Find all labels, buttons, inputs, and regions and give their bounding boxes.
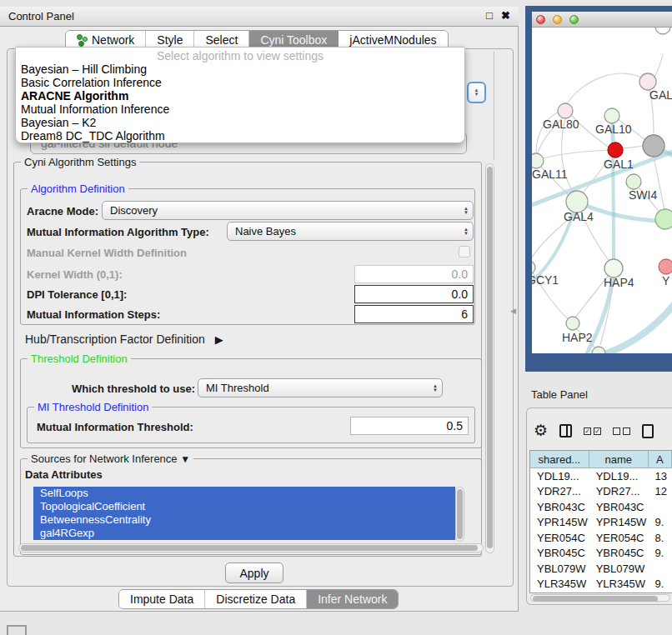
network-node-gal[interactable] xyxy=(639,73,656,90)
table-cell xyxy=(648,499,672,515)
algorithm-option[interactable]: ARACNE Algorithm xyxy=(16,89,464,102)
mi-steps-field[interactable]: 6 xyxy=(354,305,474,323)
hub-definition-label: Hub/Transcription Factor Definition xyxy=(25,332,205,346)
hub-expand-icon[interactable]: ▶ xyxy=(215,333,223,346)
attribute-list-item[interactable]: SelfLoops xyxy=(33,487,455,500)
data-attributes-list[interactable]: SelfLoopsTopologicalCoefficientBetweenne… xyxy=(33,487,455,540)
column-header-shared...[interactable]: shared... xyxy=(530,451,589,468)
sources-group-title: Sources for Network Inference ▼ xyxy=(28,452,193,465)
tab-impute-data[interactable]: Impute Data xyxy=(119,590,205,608)
gear-icon[interactable]: ⚙ xyxy=(534,422,548,439)
table-row[interactable]: YBR045CYBR045C9. xyxy=(530,546,672,562)
algorithm-option[interactable]: Bayesian – K2 xyxy=(16,116,464,129)
columns-icon[interactable] xyxy=(559,424,572,438)
network-edge-thick[interactable] xyxy=(612,116,614,268)
algorithm-option[interactable]: Basic Correlation Inference xyxy=(16,76,464,89)
network-window-titlebar[interactable] xyxy=(532,12,672,28)
table-cell: 8. xyxy=(648,530,672,546)
manual-kernel-width-label: Manual Kernel Width Definition xyxy=(27,247,187,259)
table-row[interactable]: YDL19...YDL19...13 xyxy=(530,468,672,484)
tab-infer-network[interactable]: Infer Network xyxy=(307,590,398,608)
network-node-gcy1[interactable] xyxy=(532,261,535,274)
table-row[interactable]: YLR345WYLR345W9. xyxy=(530,577,672,592)
network-view-canvas[interactable]: GALGAL80GAL10GAL1GAL11SWI4GAL4GCY1HAP4YH… xyxy=(532,28,672,353)
settings-hscrollbar-thumb[interactable] xyxy=(21,545,478,551)
column-header-name[interactable]: name xyxy=(589,451,649,468)
table-row[interactable]: YER054CYER054C8. xyxy=(530,530,672,546)
node-table[interactable]: shared...nameA YDL19...YDL19...13YDR27..… xyxy=(529,450,672,593)
table-cell: 13 xyxy=(648,468,672,484)
table-cell: YPR145W xyxy=(530,515,589,531)
file-icon[interactable] xyxy=(642,424,654,438)
hub-definition-row[interactable]: Hub/Transcription Factor Definition ▶ xyxy=(25,332,223,346)
sources-collapse-icon[interactable]: ▼ xyxy=(180,453,190,465)
aracne-mode-combobox[interactable]: Discovery ▲▼ xyxy=(102,201,474,220)
focused-combobox-stepper[interactable]: ▲▼ xyxy=(467,82,486,103)
cyni-settings-group-title: Cyni Algorithm Settings xyxy=(21,156,139,168)
network-edge-thick[interactable] xyxy=(582,301,672,353)
network-node-hap4[interactable] xyxy=(604,259,623,278)
control-panel-titlebar[interactable] xyxy=(0,7,519,27)
control-panel-title: Control Panel xyxy=(8,10,74,22)
table-row[interactable]: YIL052CYIL052C9 xyxy=(530,592,672,593)
network-node-gal11[interactable] xyxy=(532,153,544,168)
table-row[interactable]: YDR27...YDR27...12 xyxy=(530,484,672,500)
which-threshold-combobox[interactable]: MI Threshold ▲▼ xyxy=(198,378,443,398)
node-label: GCY1 xyxy=(532,273,559,287)
kernel-width-field[interactable]: 0.0 xyxy=(354,265,474,283)
table-cell: YBR045C xyxy=(589,546,649,562)
manual-kernel-width-checkbox[interactable] xyxy=(459,246,470,258)
float-window-icon[interactable]: □ xyxy=(486,9,493,22)
network-edge[interactable] xyxy=(567,73,648,104)
network-edge[interactable] xyxy=(654,157,664,210)
table-cell xyxy=(648,561,672,577)
dpi-tolerance-field[interactable]: 0.0 xyxy=(354,285,474,303)
algorithm-option[interactable]: Bayesian – Hill Climbing xyxy=(16,62,464,76)
node-label: GAL11 xyxy=(532,168,568,181)
network-node[interactable] xyxy=(655,209,672,229)
minimized-panel-icon[interactable] xyxy=(7,625,27,635)
attribute-list-item[interactable]: BetweennessCentrality xyxy=(33,513,455,527)
close-traffic-icon[interactable] xyxy=(536,15,545,24)
settings-hscrollbar[interactable] xyxy=(18,543,484,552)
table-hscrollbar-thumb[interactable] xyxy=(533,596,658,602)
apply-button[interactable]: Apply xyxy=(225,562,283,583)
network-node-hap2[interactable] xyxy=(566,317,579,330)
algorithm-option[interactable]: Mutual Information Inference xyxy=(16,102,464,116)
settings-scrollbar-thumb[interactable] xyxy=(487,167,493,548)
network-node[interactable] xyxy=(655,28,670,34)
algorithm-option[interactable]: Dream8 DC_TDC Algorithm xyxy=(16,129,464,142)
mi-threshold-definition-title: MI Threshold Definition xyxy=(34,401,152,413)
attributes-scrollbar-thumb[interactable] xyxy=(457,489,463,539)
table-cell: YBR043C xyxy=(530,499,589,515)
zoom-traffic-icon[interactable] xyxy=(569,15,579,24)
mi-threshold-field[interactable]: 0.5 xyxy=(350,417,469,435)
mi-steps-label: Mutual Information Steps: xyxy=(27,308,160,321)
table-hscrollbar[interactable] xyxy=(530,594,670,602)
unchecked-pair-icon[interactable] xyxy=(613,428,630,435)
settings-scrollbar[interactable] xyxy=(485,163,494,553)
table-row[interactable]: YBL079WYBL079W xyxy=(530,561,672,577)
network-node-y[interactable] xyxy=(659,259,672,274)
network-node-gal80[interactable] xyxy=(558,103,573,118)
node-label: HAP4 xyxy=(604,276,634,289)
network-node-swi4[interactable] xyxy=(626,174,641,189)
attributes-scrollbar[interactable] xyxy=(455,487,464,542)
network-edge[interactable] xyxy=(543,150,608,158)
table-row[interactable]: YPR145WYPR145W9. xyxy=(530,515,672,531)
attribute-list-item[interactable]: TopologicalCoefficient xyxy=(33,500,455,513)
table-cell: 9. xyxy=(648,577,672,592)
attribute-list-item[interactable]: gal4RGexp xyxy=(33,527,455,540)
network-edge[interactable] xyxy=(622,146,644,148)
network-node-gal10[interactable] xyxy=(604,108,619,123)
tab-discretize-data[interactable]: Discretize Data xyxy=(205,590,307,608)
mi-algorithm-type-combobox[interactable]: Naive Bayes ▲▼ xyxy=(227,222,474,241)
table-row[interactable]: YBR043CYBR043C xyxy=(530,499,672,515)
checked-pair-icon[interactable]: ✓✓ xyxy=(584,428,601,435)
column-header-A[interactable]: A xyxy=(649,451,672,468)
close-window-icon[interactable]: ✖ xyxy=(501,9,510,22)
minimize-traffic-icon[interactable] xyxy=(553,15,562,24)
network-node[interactable] xyxy=(643,135,664,157)
split-collapse-icon[interactable]: ◀ xyxy=(510,307,516,315)
network-node-gal1[interactable] xyxy=(608,142,623,158)
